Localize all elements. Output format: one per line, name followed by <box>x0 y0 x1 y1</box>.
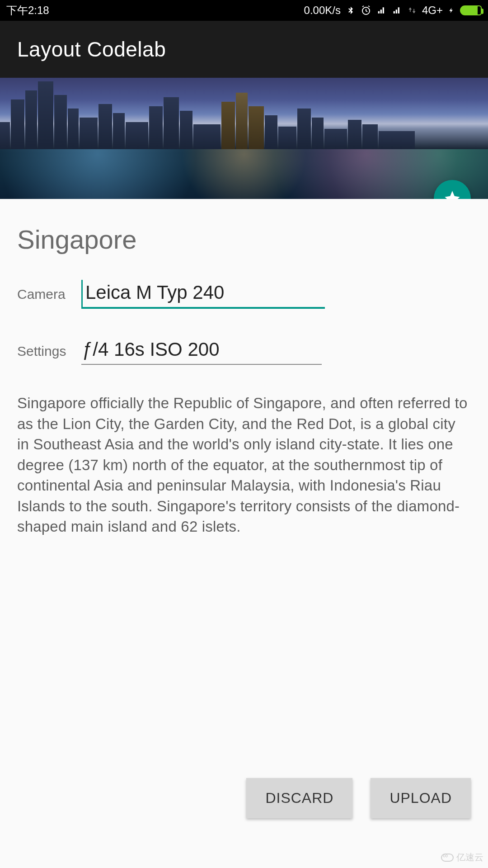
upload-button[interactable]: UPLOAD <box>371 778 471 818</box>
status-net-speed: 0.00K/s <box>304 4 341 17</box>
data-updown-icon <box>408 5 417 15</box>
settings-field-row: Settings <box>17 337 471 365</box>
settings-input[interactable] <box>81 337 322 365</box>
camera-field-row: Camera <box>17 280 471 309</box>
hero-image <box>0 78 488 199</box>
button-row: DISCARD UPLOAD <box>246 778 471 818</box>
page-title: Singapore <box>17 224 471 255</box>
content-area: Singapore Camera Settings Singapore offi… <box>0 199 488 868</box>
watermark-icon <box>441 854 454 862</box>
alarm-icon <box>361 5 371 16</box>
status-time: 下午2:18 <box>6 3 49 18</box>
signal-icon-1 <box>377 6 387 15</box>
bluetooth-icon <box>346 5 355 16</box>
watermark-text: 亿速云 <box>456 851 483 863</box>
status-bar: 下午2:18 0.00K/s 4G+ <box>0 0 488 21</box>
app-bar: Layout Codelab <box>0 21 488 78</box>
signal-icon-2 <box>392 6 402 15</box>
camera-label: Camera <box>17 287 81 302</box>
app-title: Layout Codelab <box>17 37 166 61</box>
description-text: Singapore officially the Republic of Sin… <box>17 393 471 537</box>
camera-input[interactable] <box>81 280 325 309</box>
watermark: 亿速云 <box>441 851 483 863</box>
settings-label: Settings <box>17 344 81 359</box>
battery-icon <box>460 5 482 15</box>
discard-button[interactable]: DISCARD <box>246 778 352 818</box>
charging-icon <box>448 5 455 16</box>
status-network-label: 4G+ <box>422 4 443 17</box>
